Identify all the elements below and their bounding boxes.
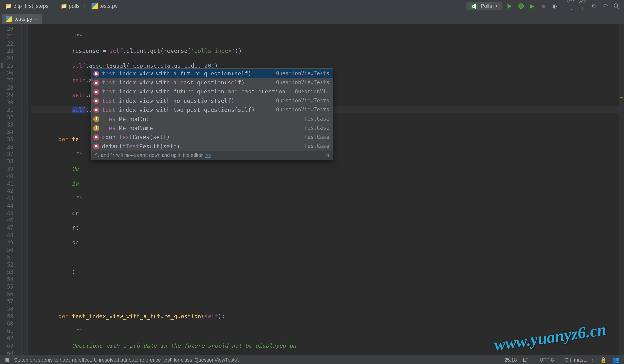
python-file-icon <box>6 16 12 22</box>
method-icon: m <box>93 98 100 104</box>
run-button[interactable] <box>506 2 514 10</box>
line-number[interactable]: 38 <box>0 158 21 165</box>
completion-hint-link[interactable]: >> <box>205 153 211 158</box>
line-number[interactable]: 42 <box>0 187 21 195</box>
line-number-gutter[interactable]: 2021222324252627282930313233343536373839… <box>0 24 22 355</box>
line-number[interactable]: 50 <box>0 246 21 253</box>
line-number[interactable]: 48 <box>0 231 21 239</box>
completion-item[interactable]: f_testMethodNameTestCase <box>92 123 333 133</box>
completion-label: _testMethodDoc <box>102 115 149 123</box>
line-number[interactable]: 44 <box>0 202 21 209</box>
line-number[interactable]: 29 <box>0 91 21 99</box>
completion-label: test_index_view_with_a_future_question(s… <box>102 69 251 78</box>
stop-button[interactable]: ■ <box>540 2 547 10</box>
file-tab[interactable]: tests.py × <box>2 14 42 24</box>
line-number[interactable]: 46 <box>0 217 21 224</box>
breadcrumb-label: djtp_first_steps <box>13 3 49 9</box>
completion-item[interactable]: mtest_index_view_with_no_questions(self)… <box>92 96 333 105</box>
line-number[interactable]: 32 <box>0 114 21 121</box>
arrow-up-icon: ↑ <box>581 4 584 11</box>
line-number[interactable]: 53 <box>0 268 21 276</box>
line-number[interactable]: 56 <box>0 291 21 298</box>
ide-talk-icon[interactable]: 👥 <box>613 356 619 363</box>
line-number[interactable]: 62 <box>0 335 21 342</box>
line-separator[interactable]: LF ≑ <box>523 357 534 362</box>
line-number[interactable]: 35 <box>0 136 21 143</box>
code-completion-popup[interactable]: mtest_index_view_with_a_future_question(… <box>91 68 333 160</box>
line-number[interactable]: 33 <box>0 121 21 128</box>
caret-position[interactable]: 25:18 <box>504 357 517 362</box>
line-number[interactable]: 31 <box>0 106 21 114</box>
completion-item[interactable]: mdefaultTestResult(self)TestCase <box>92 142 333 151</box>
bookmark-button[interactable]: ◐ <box>551 2 559 10</box>
breadcrumb-separator: 〉 <box>83 2 88 9</box>
line-number[interactable]: 63 <box>0 342 21 349</box>
line-number[interactable]: 26 <box>0 69 21 77</box>
line-number[interactable]: 34 <box>0 128 21 136</box>
completion-item[interactable]: mtest_index_view_with_a_future_question(… <box>92 69 333 78</box>
breadcrumb-folder[interactable]: polls <box>59 2 81 10</box>
completion-origin: QuestionViewTests <box>276 106 329 114</box>
bug-icon <box>519 3 523 8</box>
line-number[interactable]: 47 <box>0 224 21 231</box>
line-number[interactable]: 60 <box>0 320 21 327</box>
warning-marker[interactable] <box>620 97 623 98</box>
completion-origin: QuestionViewTests <box>276 69 329 78</box>
breadcrumb-separator: 〉 <box>121 2 126 9</box>
completion-origin: TestCase <box>304 142 329 150</box>
line-number[interactable]: 52 <box>0 261 21 268</box>
line-number[interactable]: 49 <box>0 239 21 246</box>
editor-tab-bar: tests.py × <box>0 12 624 24</box>
line-number[interactable]: 23 <box>0 47 21 55</box>
line-number[interactable]: 41 <box>0 180 21 187</box>
line-number[interactable]: 25 <box>0 62 21 69</box>
line-number[interactable]: 22 <box>0 40 21 47</box>
revert-button[interactable]: ↶ <box>601 2 609 10</box>
line-number[interactable]: 43 <box>0 195 21 202</box>
line-number[interactable]: 51 <box>0 253 21 261</box>
file-encoding[interactable]: UTF-8 ≑ <box>540 357 559 362</box>
completion-item[interactable]: f_testMethodDocTestCase <box>92 114 333 123</box>
line-number[interactable]: 54 <box>0 276 21 283</box>
completion-item[interactable]: mtest_index_view_with_two_past_questions… <box>92 105 333 114</box>
line-number[interactable]: 40 <box>0 172 21 180</box>
run-coverage-button[interactable]: ▶ <box>528 2 536 10</box>
completion-item[interactable]: mtest_index_view_with_a_past_question(se… <box>92 78 333 87</box>
show-history-button[interactable]: ⧉ <box>590 2 598 10</box>
line-number[interactable]: 58 <box>0 305 21 312</box>
close-tab-button[interactable]: × <box>35 16 38 22</box>
line-number[interactable]: 39 <box>0 165 21 172</box>
line-number[interactable]: 21 <box>0 33 21 40</box>
vcs-commit-button[interactable]: VCS ↑ <box>579 0 587 11</box>
fold-gutter[interactable] <box>22 24 28 355</box>
line-number[interactable]: 55 <box>0 283 21 290</box>
line-number[interactable]: 57 <box>0 298 21 305</box>
line-number[interactable]: 45 <box>0 209 21 217</box>
line-number[interactable]: 20 <box>0 25 21 32</box>
line-number[interactable]: 59 <box>0 312 21 320</box>
navigation-bar: djtp_first_steps 〉 polls 〉 tests.py 〉 dj… <box>0 0 624 12</box>
completion-item[interactable]: mtest_index_view_with_future_question_an… <box>92 87 333 96</box>
editor: 2021222324252627282930313233343536373839… <box>0 24 624 355</box>
line-number[interactable]: 24 <box>0 55 21 62</box>
vcs-update-button[interactable]: VCS ↓ <box>567 0 575 11</box>
code-area[interactable]: """ response = self.client.get(reverse('… <box>28 24 624 355</box>
completion-item[interactable]: mcountTestCases(self)TestCase <box>92 133 333 142</box>
pi-icon: π <box>326 152 329 159</box>
breadcrumb-root[interactable]: djtp_first_steps <box>3 2 50 10</box>
breadcrumb-file[interactable]: tests.py <box>90 2 119 10</box>
search-button[interactable] <box>613 2 620 10</box>
line-number[interactable]: 27 <box>0 77 21 84</box>
line-number[interactable]: 36 <box>0 143 21 150</box>
git-branch[interactable]: Git: master ≑ <box>565 357 594 362</box>
line-number[interactable]: 28 <box>0 84 21 91</box>
readonly-toggle[interactable]: 🔒 <box>600 356 607 363</box>
line-number[interactable]: 30 <box>0 99 21 106</box>
status-bar: ▣ Statement seems to have no effect. Unr… <box>0 355 624 364</box>
run-configuration-selector[interactable]: dj Polls ▼ <box>467 1 502 10</box>
line-number[interactable]: 61 <box>0 327 21 335</box>
debug-button[interactable] <box>517 2 525 10</box>
line-number[interactable]: 37 <box>0 150 21 158</box>
shield-play-icon: ▶ <box>530 3 534 9</box>
error-stripe[interactable] <box>619 24 624 355</box>
